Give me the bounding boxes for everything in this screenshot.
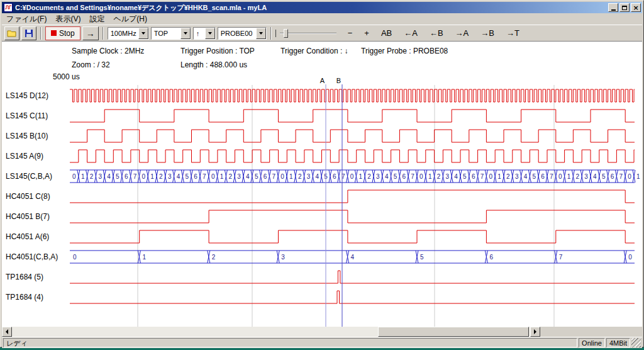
minimize-icon [611,9,616,11]
chevron-down-icon[interactable] [138,28,148,39]
zoom-in-button[interactable]: + [362,27,372,39]
menu-item[interactable]: 設定 [85,13,109,25]
trigger-position-value: TOP [152,28,180,39]
scroll-left-button[interactable] [2,327,12,337]
online-status: Online [579,338,605,347]
stop-button[interactable]: Stop [45,26,80,40]
trigger-edge-value: ↑ [194,28,205,39]
goto-trigger-button[interactable]: →T [504,27,522,39]
triangle-left-icon [6,329,8,334]
memory-status: 4MBit [606,338,630,347]
floppy-icon [25,29,33,38]
toolbar-separator [270,27,272,40]
chevron-down-icon[interactable] [205,28,215,39]
cursor-ab-button[interactable]: AB [379,27,394,39]
status-bar: レディ Online 4MBit [2,337,642,348]
scroll-right-button[interactable] [530,327,540,337]
menu-item[interactable]: ヘルプ(H) [109,13,152,25]
toolbar-separator [103,27,104,40]
time-scale-label: 5000 us [53,72,80,81]
sample-rate-value: 100MHz [108,28,138,39]
menu-bar: ファイル(F)表示(V)設定ヘルプ(H) [2,13,642,25]
toolbar-separator [40,27,42,40]
menu-item[interactable]: 表示(V) [51,13,85,25]
app-window: C:¥Documents and Settings¥noname¥デスクトップ¥… [0,0,644,347]
sample-clock-info: Sample Clock : 2MHz [72,47,144,55]
folder-open-icon [7,29,17,38]
trigger-position-info: Trigger Position : TOP [180,47,255,55]
open-file-button[interactable] [4,26,19,40]
sample-rate-select[interactable]: 100MHz [108,27,149,40]
cursor-button-group: −+AB←A←B→A→B→T [345,27,522,39]
status-message: レディ [3,338,577,347]
slider-tick [275,30,276,37]
scrollbar-thumb[interactable] [378,327,529,337]
zoom-slider-thumb[interactable] [284,29,288,38]
run-button[interactable]: → [82,26,99,40]
goto-a-left-button[interactable]: ←A [401,27,420,39]
trigger-edge-select[interactable]: ↑ [193,27,216,40]
maximize-button[interactable] [619,3,630,12]
trigger-position-select[interactable]: TOP [151,27,191,40]
app-icon [4,3,13,12]
zoom-slider[interactable] [275,27,338,40]
title-bar: C:¥Documents and Settings¥noname¥デスクトップ¥… [2,2,642,13]
trigger-probe-info: Trigger Probe : PROBE08 [361,47,448,55]
toolbar: Stop → 100MHz TOP ↑ PROBE00 −+AB←A←B→A→B… [2,25,642,41]
goto-b-left-button[interactable]: ←B [427,27,446,39]
chevron-down-icon[interactable] [256,28,266,39]
close-button[interactable]: × [631,3,641,12]
probe-value: PROBE00 [218,28,256,39]
horizontal-scrollbar [2,327,540,337]
zoom-info: Zoom : / 32 [72,60,110,69]
resize-grip[interactable] [631,338,641,347]
maximize-icon [622,6,627,10]
window-title: C:¥Documents and Settings¥noname¥デスクトップ¥… [15,3,607,13]
chevron-down-icon[interactable] [180,28,191,39]
zoom-out-button[interactable]: − [345,27,355,39]
triangle-right-icon [534,329,536,334]
stop-label: Stop [59,29,75,38]
minimize-button[interactable] [608,3,618,12]
slider-track[interactable] [280,33,336,34]
length-info: Length : 488.000 us [180,60,247,69]
waveform-area: Sample Clock : 2MHz Trigger Position : T… [2,41,642,327]
run-arrow-icon: → [86,28,95,38]
probe-select[interactable]: PROBE00 [218,27,267,40]
goto-a-right-button[interactable]: →A [453,27,472,39]
goto-b-right-button[interactable]: →B [478,27,497,39]
trigger-condition-info: Trigger Condition : ↓ [280,47,348,55]
save-file-button[interactable] [21,26,36,40]
menu-item[interactable]: ファイル(F) [2,13,51,25]
stop-icon [51,30,57,36]
close-icon: × [633,4,638,11]
